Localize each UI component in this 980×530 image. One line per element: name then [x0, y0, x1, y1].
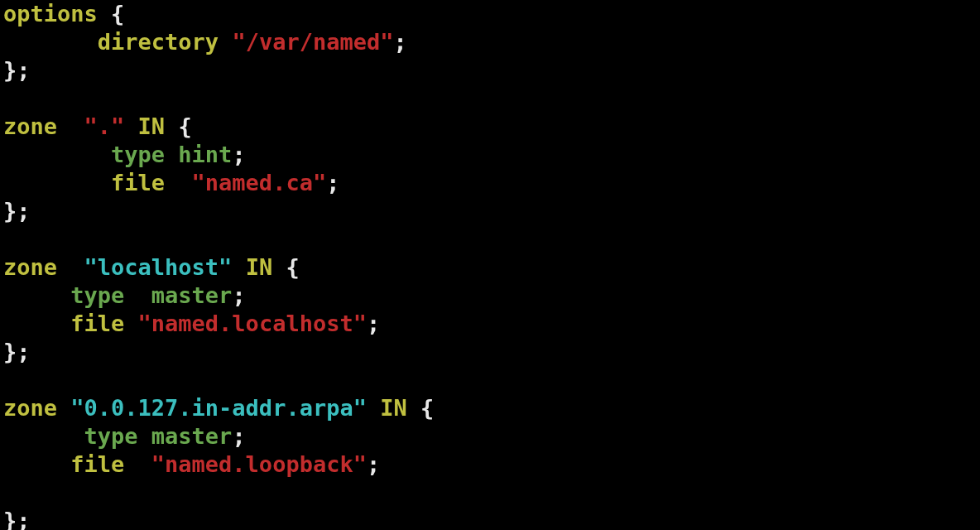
- keyword-in: IN: [246, 254, 273, 280]
- config-code-block: options { directory "/var/named"; }; zon…: [0, 0, 980, 530]
- string-varnamed: "/var/named": [232, 29, 393, 55]
- keyword-file: file: [111, 170, 165, 195]
- brace-close-semi: };: [3, 57, 31, 83]
- keyword-type: type: [84, 423, 138, 449]
- string-ptrzone: "0.0.127.in-addr.arpa": [70, 395, 367, 421]
- keyword-zone: zone: [3, 113, 57, 139]
- keyword-zone: zone: [3, 254, 57, 280]
- value-master: master: [151, 423, 233, 449]
- keyword-in: IN: [380, 395, 407, 421]
- string-rootzone: ".": [84, 113, 125, 139]
- keyword-directory: directory: [98, 29, 219, 55]
- brace-close-semi: };: [3, 508, 31, 530]
- keyword-zone: zone: [3, 395, 57, 421]
- semicolon: ;: [232, 282, 245, 308]
- semicolon: ;: [232, 142, 245, 167]
- keyword-type: type: [111, 142, 165, 167]
- string-namedloopback: "named.loopback": [151, 451, 367, 477]
- value-master: master: [151, 282, 233, 308]
- brace-close-semi: };: [3, 339, 31, 364]
- keyword-type: type: [70, 282, 124, 308]
- value-hint: hint: [178, 142, 232, 167]
- keyword-file: file: [70, 451, 124, 477]
- keyword-options: options: [3, 1, 98, 26]
- string-namedlocalhost: "named.localhost": [138, 311, 367, 336]
- brace-open: {: [111, 1, 124, 26]
- brace-close-semi: };: [3, 198, 31, 224]
- brace-open: {: [286, 254, 299, 280]
- semicolon: ;: [326, 170, 339, 195]
- keyword-file: file: [70, 311, 124, 336]
- brace-open: {: [178, 113, 191, 139]
- semicolon: ;: [232, 423, 245, 449]
- brace-open: {: [420, 395, 434, 421]
- keyword-in: IN: [138, 113, 166, 139]
- semicolon: ;: [367, 311, 380, 336]
- semicolon: ;: [367, 451, 380, 477]
- semicolon: ;: [393, 29, 406, 55]
- string-namedca: "named.ca": [192, 170, 327, 195]
- string-localhost: "localhost": [84, 254, 233, 280]
